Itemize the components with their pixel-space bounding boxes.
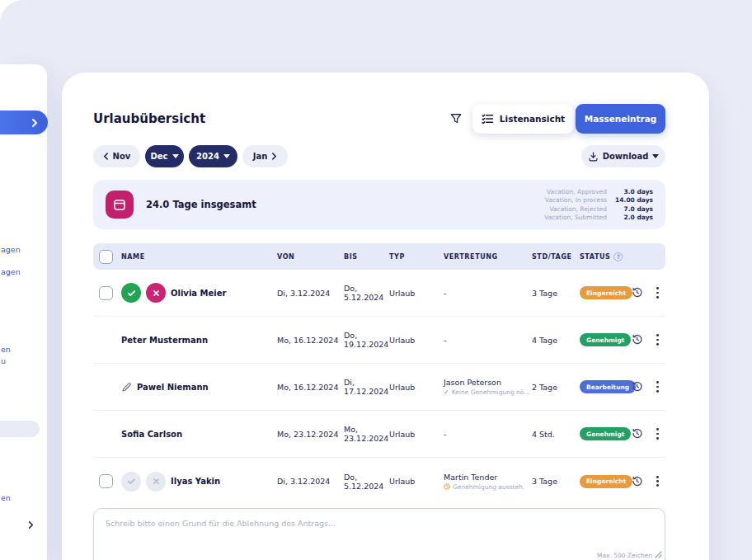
reject-button[interactable] <box>146 283 166 303</box>
row-menu-button[interactable] <box>654 426 661 441</box>
row-menu-button[interactable] <box>654 379 661 394</box>
x-icon <box>153 478 160 485</box>
status-badge: Genehmigt <box>580 333 631 346</box>
month-select[interactable]: Dec <box>145 145 184 167</box>
history-button[interactable] <box>631 286 643 299</box>
cell-bis: Di, 17.12.2024 <box>344 378 389 396</box>
employee-name: Peter Mustermann <box>121 336 208 345</box>
history-clock-icon <box>631 475 643 487</box>
substitute-note: Keine Genehmigung nö... <box>452 388 529 396</box>
char-limit-label: Max. 500 Zeichen <box>597 552 652 559</box>
employee-name: Olivia Meier <box>171 289 226 298</box>
history-button[interactable] <box>631 475 643 487</box>
substitute-name: Jason Peterson <box>444 378 532 387</box>
employee-name: Sofia Carlson <box>121 430 182 439</box>
chevron-right-icon <box>31 118 39 128</box>
cell-von: Mo, 23.12.2024 <box>277 430 344 439</box>
substitute-status: Genehmigung aussteh. <box>444 483 529 491</box>
check-icon <box>127 477 136 486</box>
table-header: NAME VON BIS TYP VERTRETUNG STD/TAGE STA… <box>93 243 665 270</box>
history-clock-icon <box>631 427 643 440</box>
chevron-left-icon <box>103 153 109 160</box>
sidebar-item[interactable]: en <box>1 345 11 354</box>
history-clock-icon <box>631 333 643 346</box>
approve-button[interactable] <box>121 283 141 303</box>
cell-std-tage: 3 Tage <box>532 477 580 486</box>
caret-down-icon <box>223 154 230 158</box>
download-button[interactable]: Download <box>581 145 665 167</box>
rejection-reason-input[interactable] <box>93 508 665 560</box>
summary-banner: 24.0 Tage insgesamt Vacation, Approved 3… <box>93 180 665 229</box>
approve-button-disabled[interactable] <box>121 472 141 492</box>
rejection-reason-box: Max. 500 Zeichen <box>93 508 665 560</box>
page-title: Urlaubübersicht <box>93 111 205 126</box>
summary-stats: Vacation, Approved 3.0 days Vacation, In… <box>544 188 653 222</box>
column-header-vertretung: VERTRETUNG <box>444 253 532 261</box>
history-button[interactable] <box>631 427 643 440</box>
filter-icon <box>450 113 462 125</box>
status-help-icon[interactable]: ? <box>613 252 623 261</box>
history-button[interactable] <box>631 333 643 346</box>
stat-value: 2.0 days <box>613 214 653 221</box>
prev-month-button[interactable]: Nov <box>93 145 140 167</box>
calendar-icon <box>113 198 126 211</box>
stat-label: Vacation, Rejected <box>544 205 607 213</box>
status-badge: Eingereicht <box>580 475 632 488</box>
edit-button[interactable] <box>121 382 132 393</box>
status-badge: Bearbeitung <box>580 380 636 393</box>
cell-typ: Urlaub <box>389 336 444 345</box>
cell-von: Di, 3.12.2024 <box>277 477 344 486</box>
filter-button[interactable] <box>450 113 462 125</box>
sidebar-item[interactable]: en <box>1 493 11 502</box>
sidebar-expand-button[interactable] <box>26 518 36 534</box>
cell-bis: Do, 5.12.2024 <box>344 473 389 491</box>
status-badge: Genehmigt <box>580 427 631 440</box>
resize-grip-icon <box>655 551 662 558</box>
resize-handle[interactable] <box>655 551 662 558</box>
bulk-entry-button[interactable]: Masseneintrag <box>576 104 665 134</box>
vacation-table: NAME VON BIS TYP VERTRETUNG STD/TAGE STA… <box>93 243 665 505</box>
next-month-button[interactable]: Jan <box>242 145 288 167</box>
pencil-icon <box>121 382 132 393</box>
row-menu-button[interactable] <box>654 332 661 347</box>
cell-typ: Urlaub <box>389 383 444 392</box>
table-row: Sofia Carlson Mo, 23.12.2024 Mo, 23.12.2… <box>93 411 665 458</box>
caret-down-icon <box>172 154 179 158</box>
download-icon <box>588 151 599 162</box>
app-root: agen agen en u en Urlaubübersicht Listen… <box>0 0 752 560</box>
stat-value: 14.00 days <box>613 196 653 204</box>
sidebar-item[interactable]: agen <box>1 245 21 254</box>
row-menu-button[interactable] <box>654 285 661 300</box>
month-label: Dec <box>150 152 167 161</box>
table-row: Pawel Niemann Mo, 16.12.2024 Di, 17.12.2… <box>93 364 665 411</box>
sidebar-active-item[interactable] <box>0 421 40 437</box>
stat-value: 3.0 days <box>613 188 653 195</box>
table-row: Ilyas Yakin Di, 3.12.2024 Do, 5.12.2024 … <box>93 458 665 505</box>
chevron-right-icon <box>27 520 35 529</box>
row-checkbox[interactable] <box>99 286 113 300</box>
year-select[interactable]: 2024 <box>189 145 237 167</box>
cell-von: Mo, 16.12.2024 <box>277 336 344 345</box>
reject-button-disabled[interactable] <box>146 472 166 492</box>
sidebar-item[interactable]: agen <box>1 267 21 276</box>
column-header-status: STATUS <box>580 253 610 261</box>
main-panel: Urlaubübersicht Listenansicht Masseneint… <box>62 73 709 560</box>
list-view-button[interactable]: Listenansicht <box>472 104 574 134</box>
row-checkbox[interactable] <box>99 474 113 488</box>
cell-von: Mo, 16.12.2024 <box>277 383 344 392</box>
column-header-std-tage: STD/TAGE <box>532 253 580 261</box>
cell-std-tage: 2 Tage <box>532 383 580 392</box>
sidebar-toggle-button[interactable] <box>0 111 48 134</box>
sidebar-item[interactable]: u <box>1 356 6 365</box>
row-menu-button[interactable] <box>654 473 661 489</box>
cell-vertretung: - <box>444 336 532 345</box>
column-header-name: NAME <box>118 253 277 261</box>
period-nav: Nov Dec 2024 Jan Download <box>93 145 665 167</box>
cell-bis: Do, 19.12.2024 <box>344 331 389 349</box>
history-clock-icon <box>631 380 643 393</box>
cell-typ: Urlaub <box>389 430 444 439</box>
history-button[interactable] <box>631 380 643 393</box>
stat-label: Vacation, In process <box>544 196 607 204</box>
year-label: 2024 <box>196 152 219 161</box>
select-all-checkbox[interactable] <box>99 250 113 264</box>
